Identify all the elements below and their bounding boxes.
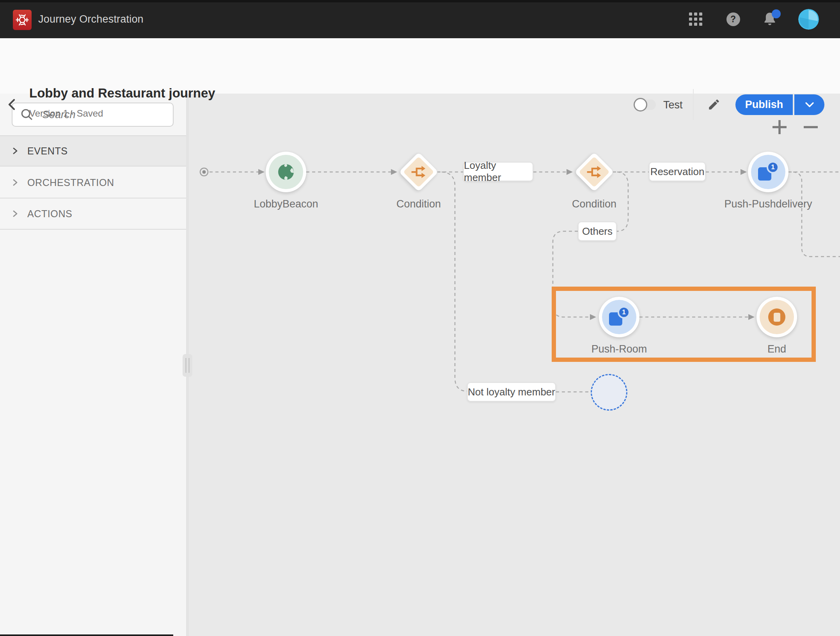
publish-dropdown-button[interactable] [794, 94, 824, 115]
chevron-right-icon [12, 147, 19, 154]
page-title: Lobby and Restaurant journey [29, 86, 215, 101]
sidebar-section-orchestration[interactable]: ORCHESTRATION [0, 167, 186, 198]
empty-node-placeholder[interactable] [591, 374, 627, 411]
toggle-knob [634, 98, 647, 112]
chevron-right-icon [12, 210, 19, 217]
badge-count: 1 [618, 306, 630, 319]
node-push-pushdelivery[interactable]: 1 [748, 152, 788, 192]
node-label-lobbybeacon: LobbyBeacon [212, 198, 360, 210]
notifications-button[interactable] [760, 0, 779, 38]
node-condition-1[interactable] [398, 152, 439, 192]
publish-button[interactable]: Publish [735, 94, 793, 115]
node-label-push-room: Push-Room [545, 343, 693, 355]
event-node-background [269, 155, 303, 189]
globe-icon [277, 163, 295, 181]
end-node-background [760, 300, 794, 334]
help-button[interactable]: ? [725, 0, 741, 38]
version-status: Version 1 · Saved [29, 108, 103, 119]
edit-button[interactable] [706, 97, 722, 112]
end-stop-icon [768, 308, 785, 326]
node-label-push-pushdelivery: Push-Pushdelivery [694, 198, 840, 210]
avatar-image [798, 9, 819, 30]
chevron-left-icon [7, 99, 17, 110]
header-divider [693, 89, 694, 120]
journey-orchestration-logo [13, 10, 32, 30]
push-notification-icon: 1 [757, 162, 779, 182]
push-notification-icon: 1 [608, 307, 630, 327]
edge-label-others: Others [578, 221, 617, 241]
sidebar-section-actions[interactable]: ACTIONS [0, 198, 186, 230]
minus-icon [802, 119, 819, 136]
node-lobbybeacon[interactable] [266, 152, 306, 192]
node-condition-2[interactable] [574, 152, 614, 192]
pencil-icon [707, 98, 721, 111]
back-button[interactable] [5, 97, 18, 112]
test-toggle[interactable] [635, 99, 656, 110]
logo-star-icon [14, 12, 30, 28]
zoom-in-button[interactable] [771, 118, 788, 136]
app-title: Journey Orchestration [38, 0, 144, 38]
sidebar-section-label: EVENTS [27, 145, 68, 157]
action-node-background: 1 [751, 155, 785, 189]
chevron-down-icon [805, 102, 814, 108]
zoom-out-button[interactable] [802, 118, 820, 136]
action-node-background: 1 [602, 300, 636, 334]
chevron-right-icon [12, 179, 19, 186]
node-label-end: End [703, 343, 840, 355]
notification-dot [772, 9, 781, 18]
plus-icon [771, 119, 788, 136]
panel-resize-handle[interactable] [183, 354, 192, 377]
branch-condition-icon [411, 164, 426, 180]
palette-sidebar: EVENTS ORCHESTRATION ACTIONS [0, 94, 186, 636]
edge-label-not-loyalty-member: Not loyalty member [467, 382, 556, 402]
node-end[interactable] [757, 297, 797, 337]
global-top-bar: Journey Orchestration ? [0, 0, 840, 38]
branch-condition-icon [586, 164, 602, 180]
node-push-room[interactable]: 1 [599, 297, 639, 337]
app-switcher-button[interactable] [688, 0, 703, 38]
sidebar-section-events[interactable]: EVENTS [0, 135, 186, 167]
grid-icon [689, 12, 702, 26]
edge-label-reservation: Reservation [649, 162, 706, 181]
account-avatar[interactable] [797, 0, 819, 38]
test-toggle-label: Test [663, 99, 683, 111]
journey-header: Lobby and Restaurant journey Version 1 ·… [0, 38, 840, 94]
sidebar-section-label: ACTIONS [27, 208, 72, 220]
window-edge [0, 634, 173, 636]
edge-label-loyalty-member: Loyalty member [463, 162, 533, 181]
node-label-condition-1: Condition [345, 198, 493, 210]
sidebar-section-label: ORCHESTRATION [27, 177, 114, 188]
badge-count: 1 [767, 161, 779, 174]
question-mark-icon: ? [726, 12, 740, 26]
journey-orchestration-app: LobbyBeacon Condition [0, 0, 840, 636]
node-label-condition-2: Condition [520, 198, 668, 210]
